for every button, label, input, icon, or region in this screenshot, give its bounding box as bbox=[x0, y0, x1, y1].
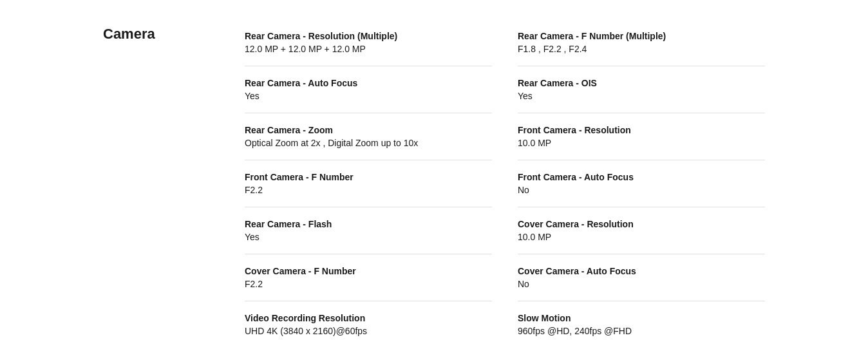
spec-label: Cover Camera - Resolution bbox=[518, 219, 765, 229]
spec-label: Video Recording Resolution bbox=[245, 313, 492, 323]
spec-value: F2.2 bbox=[245, 279, 492, 289]
spec-label: Rear Camera - OIS bbox=[518, 78, 765, 88]
specs-grid: Rear Camera - Resolution (Multiple)12.0 … bbox=[245, 19, 765, 340]
spec-label: Rear Camera - Zoom bbox=[245, 125, 492, 135]
spec-item: Rear Camera - Resolution (Multiple)12.0 … bbox=[245, 19, 492, 66]
spec-item: Front Camera - Resolution10.0 MP bbox=[518, 113, 765, 160]
spec-label: Cover Camera - F Number bbox=[245, 266, 492, 276]
spec-value: Yes bbox=[245, 232, 492, 242]
spec-label: Front Camera - Resolution bbox=[518, 125, 765, 135]
spec-value: F1.8 , F2.2 , F2.4 bbox=[518, 44, 765, 54]
spec-item: Video Recording ResolutionUHD 4K (3840 x… bbox=[245, 301, 492, 340]
spec-item: Rear Camera - Auto FocusYes bbox=[245, 66, 492, 113]
spec-label: Slow Motion bbox=[518, 313, 765, 323]
spec-value: 960fps @HD, 240fps @FHD bbox=[518, 326, 765, 336]
page-container: Camera Rear Camera - Resolution (Multipl… bbox=[0, 0, 868, 340]
section-title: Camera bbox=[103, 26, 245, 42]
spec-item: Rear Camera - F Number (Multiple)F1.8 , … bbox=[518, 19, 765, 66]
spec-item: Rear Camera - ZoomOptical Zoom at 2x , D… bbox=[245, 113, 492, 160]
spec-label: Front Camera - Auto Focus bbox=[518, 172, 765, 182]
section-title-col: Camera bbox=[103, 19, 245, 340]
spec-label: Rear Camera - F Number (Multiple) bbox=[518, 31, 765, 41]
spec-value: UHD 4K (3840 x 2160)@60fps bbox=[245, 326, 492, 336]
spec-item: Slow Motion960fps @HD, 240fps @FHD bbox=[518, 301, 765, 340]
spec-item: Rear Camera - FlashYes bbox=[245, 207, 492, 254]
spec-value: 10.0 MP bbox=[518, 232, 765, 242]
spec-label: Cover Camera - Auto Focus bbox=[518, 266, 765, 276]
spec-value: Yes bbox=[245, 91, 492, 101]
spec-item: Front Camera - F NumberF2.2 bbox=[245, 160, 492, 207]
spec-item: Front Camera - Auto FocusNo bbox=[518, 160, 765, 207]
spec-value: 10.0 MP bbox=[518, 138, 765, 148]
spec-value: No bbox=[518, 185, 765, 195]
spec-label: Front Camera - F Number bbox=[245, 172, 492, 182]
spec-item: Cover Camera - F NumberF2.2 bbox=[245, 254, 492, 301]
spec-label: Rear Camera - Auto Focus bbox=[245, 78, 492, 88]
spec-value: 12.0 MP + 12.0 MP + 12.0 MP bbox=[245, 44, 492, 54]
spec-value: F2.2 bbox=[245, 185, 492, 195]
spec-item: Rear Camera - OISYes bbox=[518, 66, 765, 113]
spec-label: Rear Camera - Resolution (Multiple) bbox=[245, 31, 492, 41]
spec-item: Cover Camera - Resolution10.0 MP bbox=[518, 207, 765, 254]
spec-value: No bbox=[518, 279, 765, 289]
spec-value: Yes bbox=[518, 91, 765, 101]
spec-label: Rear Camera - Flash bbox=[245, 219, 492, 229]
spec-item: Cover Camera - Auto FocusNo bbox=[518, 254, 765, 301]
spec-value: Optical Zoom at 2x , Digital Zoom up to … bbox=[245, 138, 492, 148]
